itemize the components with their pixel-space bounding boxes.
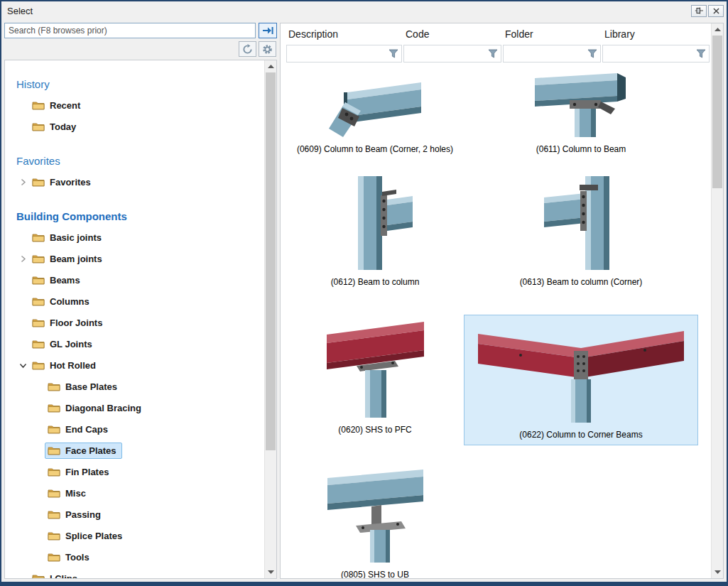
gear-icon (262, 44, 273, 55)
tree-node: I Clips (29, 570, 83, 579)
tree-folder-beam-joints[interactable]: Beam joints (11, 248, 264, 269)
tree-item-label: Favorites (50, 177, 91, 188)
tree-folder-favorites[interactable]: Favorites (11, 171, 264, 192)
expander[interactable] (16, 362, 29, 369)
tree-folder-columns[interactable]: Columns (11, 291, 264, 312)
tree-section-favorites[interactable]: Favorites (16, 150, 264, 171)
filter-funnel-icon (488, 49, 498, 58)
tree-item-label: GL Joints (50, 339, 92, 349)
tree-folder-base-plates[interactable]: Base Plates (11, 376, 264, 397)
component-item-0805[interactable]: (0805) SHS to UB (286, 464, 464, 578)
component-thumbnail (329, 70, 421, 140)
component-item-0622[interactable]: (0622) Column to Corner Beams (464, 315, 698, 445)
tree-folder-floor-joints[interactable]: Floor Joints (11, 312, 264, 333)
titlebar[interactable]: Select (1, 1, 727, 20)
right-panel: Description Code (280, 23, 724, 579)
tree-folder-hot-rolled[interactable]: Hot Rolled (11, 354, 264, 376)
folder-icon (32, 121, 45, 131)
component-grid: (0609) Column to Beam (Corner, 2 holes)(… (286, 68, 711, 578)
component-thumbnail (327, 465, 423, 565)
filter-cell-code[interactable] (403, 45, 501, 63)
component-item-0609[interactable]: (0609) Column to Beam (Corner, 2 holes) (286, 68, 464, 156)
tree-folder-splice-plates[interactable]: Splice Plates (11, 525, 264, 546)
right-scrollbar-thumb[interactable] (712, 36, 722, 188)
tree-item-label: Recent (50, 100, 80, 111)
filter-funnel-icon (389, 49, 398, 58)
filter-cell-library[interactable] (602, 45, 710, 63)
component-caption: (0805) SHS to UB (341, 570, 409, 578)
left-scrollbar[interactable] (264, 60, 276, 578)
scroll-up-icon[interactable] (712, 23, 723, 36)
folder-icon (32, 360, 45, 370)
folder-icon (32, 339, 45, 349)
folder-icon (48, 467, 60, 477)
tree-node: Beams (29, 272, 86, 288)
tree-node: Favorites (29, 174, 97, 190)
tree-section-building-components[interactable]: Building Components (16, 205, 264, 227)
component-thumbnail (544, 176, 619, 273)
tree-folder-today[interactable]: Today (11, 116, 264, 137)
component-item-0613[interactable]: (0613) Beam to column (Corner) (464, 175, 698, 289)
grid-row: (0805) SHS to UB (286, 464, 711, 578)
tree-item-label: Tools (65, 552, 89, 563)
column-header-library[interactable]: Library (602, 27, 711, 45)
scroll-down-icon[interactable] (265, 566, 276, 578)
folder-icon (32, 254, 45, 264)
tree-item-label: Floor Joints (50, 318, 102, 328)
folder-icon (48, 488, 60, 498)
tree-node: Columns (29, 293, 95, 310)
tree-section-history[interactable]: History (16, 73, 264, 94)
tree-folder-gl-joints[interactable]: GL Joints (11, 333, 264, 354)
tree-folder-fin-plates[interactable]: Fin Plates (11, 461, 264, 482)
search-row (4, 23, 277, 38)
chevron-right-icon[interactable] (19, 178, 27, 186)
tree-folder-face-plates[interactable]: Face Plates (11, 440, 264, 461)
tree-item-label: Columns (50, 296, 89, 307)
tree-folder-i-clips[interactable]: I Clips (11, 568, 264, 578)
tree-item-label: Fin Plates (65, 467, 109, 477)
left-panel: HistoryRecentTodayFavoritesFavoritesBuil… (4, 23, 277, 579)
tree-folder-tools[interactable]: Tools (11, 546, 264, 568)
dialog-content: HistoryRecentTodayFavoritesFavoritesBuil… (1, 20, 727, 582)
tree-item-label: Base Plates (65, 381, 117, 392)
scroll-down-icon[interactable] (712, 566, 723, 578)
column-header-folder[interactable]: Folder (503, 27, 602, 45)
expander[interactable] (16, 255, 29, 263)
tree-folder-misc[interactable]: Misc (11, 482, 264, 504)
search-go-icon (262, 26, 273, 35)
folder-icon (32, 318, 45, 327)
folder-icon (32, 177, 45, 187)
tree-item-label: Today (50, 121, 76, 132)
close-button[interactable] (708, 5, 724, 17)
tree-folder-passing[interactable]: Passing (11, 504, 264, 525)
tree-node: Tools (45, 549, 95, 565)
component-caption: (0613) Beam to column (Corner) (520, 277, 643, 288)
right-scrollbar[interactable] (711, 23, 723, 578)
tree-folder-end-caps[interactable]: End Caps (11, 418, 264, 440)
tree-folder-recent[interactable]: Recent (11, 94, 264, 116)
expander[interactable] (16, 178, 29, 186)
chevron-down-icon[interactable] (19, 362, 27, 369)
tree-folder-basic-joints[interactable]: Basic joints (11, 227, 264, 248)
filter-cell-description[interactable] (286, 45, 402, 63)
refresh-button[interactable] (239, 41, 256, 57)
component-caption: (0612) Beam to column (331, 277, 420, 288)
chevron-right-icon[interactable] (19, 255, 27, 263)
tree-item-label: Basic joints (50, 232, 102, 243)
component-item-0612[interactable]: (0612) Beam to column (286, 175, 464, 289)
left-scrollbar-thumb[interactable] (266, 72, 276, 450)
search-go-button[interactable] (259, 23, 277, 38)
filter-cell-folder[interactable] (503, 45, 601, 63)
column-header-code[interactable]: Code (403, 27, 503, 45)
search-input[interactable] (4, 23, 256, 38)
settings-button[interactable] (259, 41, 276, 57)
pin-button[interactable] (691, 5, 707, 17)
tree-folder-diagonal-bracing[interactable]: Diagonal Bracing (11, 397, 264, 418)
component-item-0611[interactable]: (0611) Column to Beam (464, 68, 698, 156)
column-header-description[interactable]: Description (286, 27, 403, 45)
component-caption: (0620) SHS to PFC (338, 425, 411, 435)
component-item-0620[interactable]: (0620) SHS to PFC (286, 315, 464, 437)
tree-node: Basic joints (29, 229, 107, 246)
scroll-up-icon[interactable] (265, 60, 276, 72)
tree-folder-beams[interactable]: Beams (11, 269, 264, 291)
